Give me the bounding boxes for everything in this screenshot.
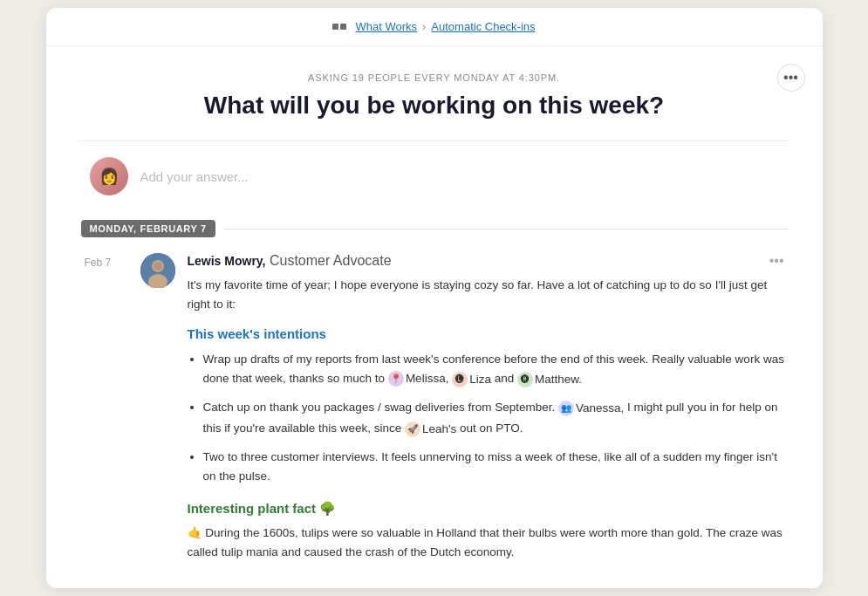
post-row: Feb 7 Lewis Mowry, Customer Advo xyxy=(81,253,788,562)
post-author-avatar xyxy=(140,253,175,288)
melissa-avatar: 📍 xyxy=(388,371,404,387)
intentions-list: Wrap up drafts of my reports from last w… xyxy=(188,350,788,487)
date-line-divider xyxy=(224,229,788,229)
section1-title: This week's intentions xyxy=(188,326,788,341)
plant-fact-text: 🤙 During the 1600s, tulips were so valua… xyxy=(188,524,788,563)
answer-input[interactable]: Add your answer... xyxy=(140,169,249,184)
vanessa-avatar: 👥 xyxy=(558,401,574,416)
list-item: Two to three customer interviews. It fee… xyxy=(203,448,788,487)
post-author-name: Lewis Mowry, xyxy=(188,254,266,268)
main-card: What Works › Automatic Check-ins ••• ASK… xyxy=(46,8,823,588)
breadcrumb-separator: › xyxy=(422,20,426,33)
date-section-header: MONDAY, FEBRUARY 7 xyxy=(81,220,788,237)
mention-melissa: 📍 Melissa, xyxy=(388,369,449,388)
date-badge: MONDAY, FEBRUARY 7 xyxy=(81,220,215,237)
breadcrumb-bar: What Works › Automatic Check-ins xyxy=(46,8,823,46)
breadcrumb-current-link[interactable]: Automatic Check-ins xyxy=(431,20,535,33)
matthew-avatar: 🅜 xyxy=(517,372,533,387)
mention-vanessa: 👥 Vanessa, xyxy=(558,399,624,418)
main-question-heading: What will you be working on this week? xyxy=(81,90,788,121)
post-avatar-col xyxy=(140,253,175,562)
main-content-area: ••• ASKING 19 PEOPLE EVERY MONDAY AT 4:3… xyxy=(46,46,823,588)
section2-title: Interesting plant fact 🌳 xyxy=(188,501,788,517)
answer-area: 👩 Add your answer... xyxy=(81,157,788,195)
more-options-button[interactable]: ••• xyxy=(777,64,805,92)
post-author-role: Customer Advocate xyxy=(270,253,392,268)
post-date: Feb 7 xyxy=(85,253,128,562)
mention-matthew: 🅜 Matthew. xyxy=(517,370,582,389)
list-item: Wrap up drafts of my reports from last w… xyxy=(203,350,788,390)
grid-icon xyxy=(332,24,346,30)
breadcrumb-parent-link[interactable]: What Works xyxy=(355,20,417,33)
post-body-text: It's my favorite time of year; I hope ev… xyxy=(188,276,788,313)
list-item: Catch up on thank you packages / swag de… xyxy=(203,398,788,439)
svg-point-3 xyxy=(154,262,162,271)
post-content: Lewis Mowry, Customer Advocate ••• It's … xyxy=(188,253,788,562)
liza-avatar: 🅛 xyxy=(452,372,468,387)
mention-leah: 🚀 Leah's xyxy=(405,420,456,439)
post-more-button[interactable]: ••• xyxy=(766,253,788,269)
leah-avatar: 🚀 xyxy=(405,421,420,437)
post-author-info: Lewis Mowry, Customer Advocate xyxy=(188,253,392,269)
current-user-avatar: 👩 xyxy=(90,157,128,195)
mention-liza: 🅛 Liza xyxy=(452,370,491,389)
section-divider xyxy=(81,140,788,141)
asking-label: ASKING 19 PEOPLE EVERY MONDAY AT 4:30PM. xyxy=(81,72,788,83)
post-header: Lewis Mowry, Customer Advocate ••• xyxy=(188,253,788,269)
